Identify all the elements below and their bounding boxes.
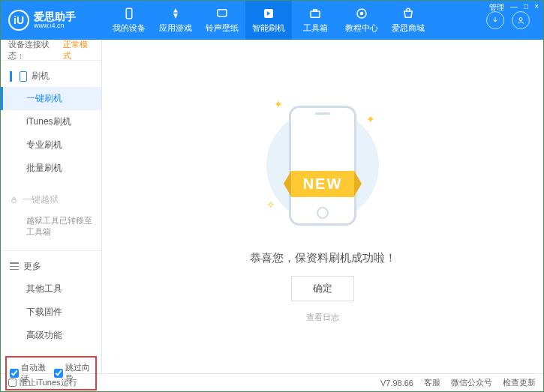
status-value: 正常模式 [63, 39, 94, 61]
main-nav: 我的设备 应用游戏 铃声壁纸 智能刷机 工具箱 教程中心 爱思商城 [106, 1, 486, 40]
svg-point-7 [519, 18, 522, 21]
settings-link[interactable]: 管理 [489, 2, 504, 13]
sidebar-item-oneclick-flash[interactable]: 一键刷机 [1, 87, 101, 110]
nav-store[interactable]: 爱思商城 [385, 1, 431, 40]
svg-rect-0 [126, 8, 132, 19]
ok-button[interactable]: 确定 [291, 276, 354, 301]
nav-ringtones[interactable]: 铃声壁纸 [199, 1, 245, 40]
titlebar: iU 爱思助手 www.i4.cn 我的设备 应用游戏 铃声壁纸 智能刷机 工具… [1, 1, 543, 40]
sidebar-item-pro-flash[interactable]: 专业刷机 [1, 133, 101, 157]
tutorial-icon [355, 7, 368, 20]
nav-toolbox[interactable]: 工具箱 [292, 1, 338, 40]
logo-area: iU 爱思助手 www.i4.cn [8, 10, 106, 31]
sidebar-section-flash[interactable]: 刷机 [1, 65, 101, 87]
svg-point-6 [360, 12, 364, 16]
sidebar-item-advanced[interactable]: 高级功能 [1, 324, 101, 347]
nav-tutorials[interactable]: 教程中心 [338, 1, 385, 40]
logo-icon: iU [8, 10, 29, 31]
check-update-link[interactable]: 检查更新 [503, 377, 536, 388]
phone-icon [20, 71, 27, 82]
sidebar-section-jailbreak[interactable]: 一键越狱 [1, 189, 101, 211]
sidebar-item-other-tools[interactable]: 其他工具 [1, 277, 101, 301]
success-message: 恭喜您，保资料刷机成功啦！ [250, 251, 396, 265]
apps-icon [169, 7, 182, 20]
flash-icon [262, 7, 275, 20]
svg-rect-4 [314, 10, 317, 11]
maximize-button[interactable]: □ [524, 2, 528, 13]
nav-my-device[interactable]: 我的设备 [106, 1, 152, 40]
main-content: NEW ✦ ✦ ✧ 恭喜您，保资料刷机成功啦！ 确定 查看日志 [102, 40, 543, 373]
view-log-link[interactable]: 查看日志 [306, 312, 339, 323]
app-name: 爱思助手 [34, 11, 76, 22]
lock-icon [10, 196, 18, 204]
sidebar-section-more[interactable]: 更多 [1, 256, 101, 277]
menu-icon [10, 262, 19, 270]
minimize-button[interactable]: — [510, 2, 518, 13]
toolbox-icon [308, 7, 322, 20]
customer-service-link[interactable]: 客服 [424, 377, 440, 388]
section-marker-icon [10, 71, 12, 82]
svg-rect-8 [12, 199, 17, 202]
success-graphic: NEW ✦ ✦ ✧ [259, 91, 386, 241]
sidebar: 设备连接状态： 正常模式 刷机 一键刷机 iTunes刷机 专业刷机 批量刷机 … [1, 40, 102, 373]
download-button[interactable] [486, 11, 504, 29]
sidebar-item-batch-flash[interactable]: 批量刷机 [1, 157, 101, 180]
svg-rect-1 [218, 10, 227, 16]
new-badge: NEW [291, 171, 355, 197]
jailbreak-note: 越狱工具已转移至工具箱 [1, 211, 101, 243]
device-icon [122, 7, 136, 20]
nav-smart-flash[interactable]: 智能刷机 [245, 1, 292, 40]
sidebar-item-itunes-flash[interactable]: iTunes刷机 [1, 110, 101, 133]
close-button[interactable]: × [534, 2, 539, 13]
title-right-buttons [486, 11, 530, 29]
store-icon [401, 7, 415, 20]
sidebar-item-download-firmware[interactable]: 下载固件 [1, 301, 101, 324]
block-itunes-checkbox[interactable]: 阻止iTunes运行 [8, 377, 77, 388]
window-controls: 管理 — □ × [489, 2, 539, 13]
app-url: www.i4.cn [34, 22, 76, 29]
nav-apps-games[interactable]: 应用游戏 [152, 1, 199, 40]
wallpaper-icon [215, 7, 229, 20]
connection-status: 设备连接状态： 正常模式 [1, 40, 101, 61]
version-label: V7.98.66 [380, 379, 413, 388]
wechat-link[interactable]: 微信公众号 [451, 377, 492, 388]
user-button[interactable] [512, 11, 530, 29]
svg-rect-3 [311, 11, 320, 17]
